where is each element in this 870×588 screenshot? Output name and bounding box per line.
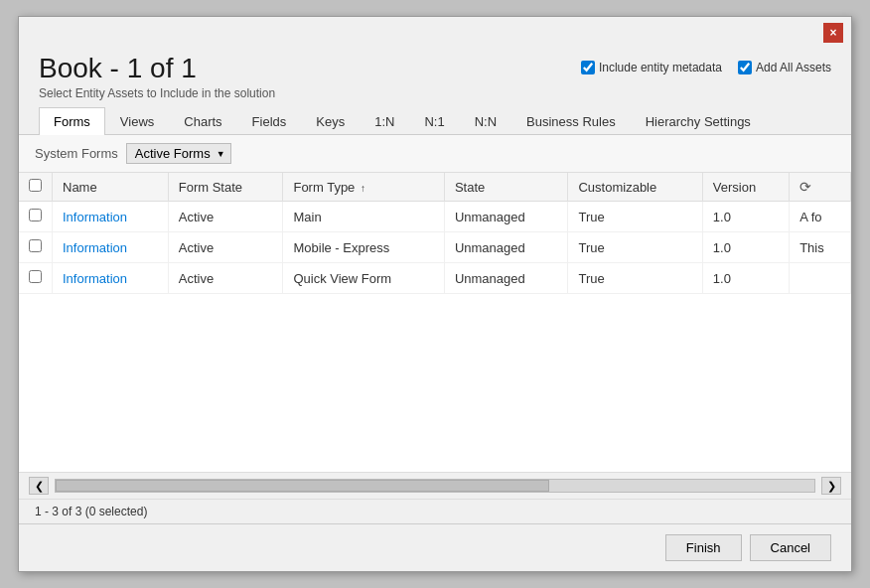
title-bar: × xyxy=(19,17,851,43)
row-customizable-cell: True xyxy=(568,263,702,294)
main-dialog: × Book - 1 of 1 Select Entity Assets to … xyxy=(18,16,852,572)
tab-charts[interactable]: Charts xyxy=(169,107,236,135)
include-entity-metadata-label: Include entity metadata xyxy=(599,61,722,74)
col-customizable: Customizable xyxy=(568,173,702,202)
row-name-cell: Information xyxy=(53,232,169,263)
row-state-cell: Unmanaged xyxy=(444,202,568,232)
dialog-header: Book - 1 of 1 Select Entity Assets to In… xyxy=(19,43,851,106)
table-row: Information Active Mobile - Express Unma… xyxy=(19,232,851,263)
row-form-type-cell: Mobile - Express xyxy=(283,232,444,263)
row-version-cell: 1.0 xyxy=(702,232,789,263)
row-checkbox-cell xyxy=(19,263,53,294)
tab-fields[interactable]: Fields xyxy=(237,107,302,135)
scroll-left-button[interactable]: ❮ xyxy=(29,477,49,495)
row-extra-cell xyxy=(790,263,851,294)
row-extra-cell: This xyxy=(790,232,851,263)
tab-nn[interactable]: N:N xyxy=(460,107,511,135)
row-form-state-cell: Active xyxy=(168,202,283,232)
row-name-cell: Information xyxy=(53,202,169,232)
row-name-cell: Information xyxy=(53,263,169,294)
scroll-thumb[interactable] xyxy=(56,480,549,492)
scroll-right-button[interactable]: ❯ xyxy=(821,477,841,495)
subheader-label: System Forms xyxy=(35,146,118,161)
forms-table: Name Form State Form Type ↑ State Custom… xyxy=(19,173,851,294)
tab-business-rules[interactable]: Business Rules xyxy=(511,107,631,135)
row-form-state-cell: Active xyxy=(168,263,283,294)
row-extra-cell: A fo xyxy=(790,202,851,232)
scroll-track[interactable] xyxy=(55,479,815,493)
col-check xyxy=(19,173,53,202)
col-name: Name xyxy=(53,173,169,202)
row-form-type-cell: Main xyxy=(283,202,444,232)
row-customizable-cell: True xyxy=(568,232,702,263)
add-all-assets-checkbox[interactable] xyxy=(738,61,752,74)
table-body: Information Active Main Unmanaged True 1… xyxy=(19,202,851,294)
dialog-footer: Finish Cancel xyxy=(19,523,851,571)
add-all-assets-label: Add All Assets xyxy=(756,61,831,74)
col-refresh: ⟳ xyxy=(790,173,851,202)
status-bar: 1 - 3 of 3 (0 selected) xyxy=(19,499,851,523)
table-row: Information Active Quick View Form Unman… xyxy=(19,263,851,294)
header-checkboxes: Include entity metadata Add All Assets xyxy=(581,53,831,74)
dialog-title: Book - 1 of 1 xyxy=(39,53,275,84)
dialog-subtitle: Select Entity Assets to Include in the s… xyxy=(39,86,275,100)
row-state-cell: Unmanaged xyxy=(444,232,568,263)
select-all-checkbox[interactable] xyxy=(29,179,42,192)
table-container: Name Form State Form Type ↑ State Custom… xyxy=(19,173,851,472)
row-customizable-cell: True xyxy=(568,202,702,232)
row-name-link-1[interactable]: Information xyxy=(63,240,127,255)
tab-hierarchy-settings[interactable]: Hierarchy Settings xyxy=(631,107,766,135)
row-form-type-cell: Quick View Form xyxy=(283,263,444,294)
row-version-cell: 1.0 xyxy=(702,263,789,294)
row-name-link-2[interactable]: Information xyxy=(63,271,127,286)
tabs-bar: Forms Views Charts Fields Keys 1:N N:1 N… xyxy=(19,106,851,135)
close-button[interactable]: × xyxy=(823,23,843,43)
sort-arrow-icon: ↑ xyxy=(361,183,365,194)
add-all-assets-item: Add All Assets xyxy=(738,61,831,74)
row-version-cell: 1.0 xyxy=(702,202,789,232)
row-checkbox-1[interactable] xyxy=(29,239,42,252)
refresh-icon: ⟳ xyxy=(799,179,811,195)
row-checkbox-cell xyxy=(19,202,53,232)
title-section: Book - 1 of 1 Select Entity Assets to In… xyxy=(39,53,275,100)
include-entity-metadata-checkbox[interactable] xyxy=(581,61,595,74)
tab-keys[interactable]: Keys xyxy=(301,107,360,135)
col-version: Version xyxy=(702,173,789,202)
tab-n1[interactable]: N:1 xyxy=(409,107,459,135)
row-checkbox-2[interactable] xyxy=(29,270,42,283)
row-name-link-0[interactable]: Information xyxy=(63,210,127,224)
row-checkbox-0[interactable] xyxy=(29,209,42,221)
status-text: 1 - 3 of 3 (0 selected) xyxy=(35,505,147,518)
tab-forms[interactable]: Forms xyxy=(39,107,105,135)
cancel-button[interactable]: Cancel xyxy=(750,534,831,561)
table-header-row: Name Form State Form Type ↑ State Custom… xyxy=(19,173,851,202)
tab-views[interactable]: Views xyxy=(105,107,169,135)
subheader: System Forms Active Forms xyxy=(19,135,851,173)
active-forms-dropdown[interactable]: Active Forms xyxy=(126,143,231,164)
row-checkbox-cell xyxy=(19,232,53,263)
content-area: System Forms Active Forms Name Form Stat… xyxy=(19,135,851,523)
tab-1n[interactable]: 1:N xyxy=(360,107,409,135)
table-row: Information Active Main Unmanaged True 1… xyxy=(19,202,851,232)
col-state: State xyxy=(444,173,568,202)
horizontal-scrollbar: ❮ ❯ xyxy=(19,472,851,499)
col-form-type[interactable]: Form Type ↑ xyxy=(283,173,444,202)
row-form-state-cell: Active xyxy=(168,232,283,263)
row-state-cell: Unmanaged xyxy=(444,263,568,294)
finish-button[interactable]: Finish xyxy=(665,534,742,561)
col-form-state: Form State xyxy=(168,173,283,202)
include-entity-metadata-item: Include entity metadata xyxy=(581,61,722,74)
